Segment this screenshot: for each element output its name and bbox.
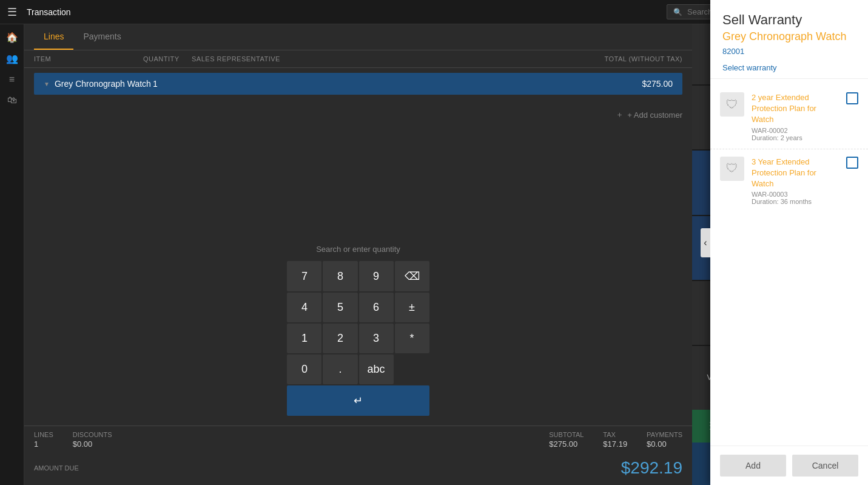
add-customer-area: ＋ + Add customer <box>24 100 692 130</box>
numpad-2[interactable]: 2 <box>323 324 357 353</box>
item-total: $275.00 <box>311 79 673 89</box>
amount-due-row: AMOUNT DUE $292.19 <box>24 453 692 485</box>
warranty-checkbox-1[interactable] <box>846 92 858 104</box>
numpad-enter[interactable]: ↵ <box>287 385 429 416</box>
warranty-code-2: WAR-00003 <box>752 191 839 198</box>
warranty-thumb-2: 🛡 <box>720 157 744 181</box>
panel-code: 82001 <box>722 47 856 56</box>
cancel-button[interactable]: Cancel <box>792 455 858 477</box>
col-total: TOTAL (WITHOUT TAX) <box>301 55 682 63</box>
spacer <box>24 130 692 245</box>
warranty-thumb-1: 🛡 <box>720 92 744 117</box>
warranty-name-2: 3 Year Extended Protection Plan for Watc… <box>752 157 839 190</box>
tab-payments[interactable]: Payments <box>73 24 130 50</box>
discounts-label: DISCOUNTS <box>73 431 112 438</box>
hamburger-icon[interactable]: ☰ <box>7 5 17 19</box>
lines-label: LINES <box>34 431 53 438</box>
search-icon: 🔍 <box>673 8 682 16</box>
numpad-5[interactable]: 5 <box>323 293 357 322</box>
warranty-duration-1: Duration: 2 years <box>752 134 839 141</box>
numpad: 7 8 9 ⌫ 4 5 6 ± 1 2 3 * 0 . abc ↵ <box>287 261 429 416</box>
add-button[interactable]: Add <box>720 455 786 477</box>
subtotal-value: $275.00 <box>549 439 584 449</box>
numpad-3[interactable]: 3 <box>359 324 394 353</box>
warranty-info-1: 2 year Extended Protection Plan for Watc… <box>752 92 839 141</box>
totals-section: LINES 1 DISCOUNTS $0.00 SUBTOTAL $275.00… <box>24 426 692 453</box>
amount-due-label: AMOUNT DUE <box>34 464 79 472</box>
warranty-duration-2: Duration: 36 months <box>752 198 839 205</box>
item-quantity: 1 <box>153 79 201 89</box>
panel-title: Sell Warranty <box>722 12 856 28</box>
users-icon[interactable]: 👥 <box>6 53 18 64</box>
chevron-icon: ▼ <box>44 81 50 87</box>
panel-footer: Add Cancel <box>710 446 868 485</box>
quantity-search: Search or enter quantity <box>24 245 692 254</box>
table-header: ITEM QUANTITY SALES REPRESENTATIVE TOTAL… <box>24 50 692 68</box>
payments-label: PAYMENTS <box>647 431 682 438</box>
warranty-panel: ‹ Sell Warranty Grey Chronograph Watch 8… <box>710 0 868 485</box>
numpad-0[interactable]: 0 <box>287 354 321 384</box>
tab-lines[interactable]: Lines <box>34 24 73 50</box>
menu-icon[interactable]: ≡ <box>9 74 15 85</box>
add-customer-label: + Add customer <box>627 110 682 120</box>
warranty-item-1[interactable]: 🛡 2 year Extended Protection Plan for Wa… <box>710 85 868 149</box>
warranty-name-1: 2 year Extended Protection Plan for Watc… <box>752 92 839 126</box>
tax-value: $17.19 <box>603 439 627 449</box>
table-row[interactable]: ▼ Grey Chronograph Watch 1 $275.00 <box>34 73 682 95</box>
numpad-7[interactable]: 7 <box>287 261 321 291</box>
warranty-info-2: 3 Year Extended Protection Plan for Watc… <box>752 157 839 206</box>
item-name-text: Grey Chronograph Watch <box>55 79 151 89</box>
add-customer-button[interactable]: ＋ + Add customer <box>616 109 682 120</box>
numpad-8[interactable]: 8 <box>323 261 357 291</box>
col-quantity: QUANTITY <box>143 55 192 63</box>
home-icon[interactable]: 🏠 <box>6 32 18 43</box>
numpad-6[interactable]: 6 <box>359 293 394 322</box>
numpad-abc[interactable]: abc <box>359 354 394 384</box>
subtotal-label: SUBTOTAL <box>549 431 584 438</box>
panel-collapse-handle[interactable]: ‹ <box>701 228 710 257</box>
numpad-plusminus[interactable]: ± <box>395 293 429 322</box>
collapse-icon: ‹ <box>704 237 707 248</box>
numpad-backspace[interactable]: ⌫ <box>395 261 429 291</box>
payments-value: $0.00 <box>647 439 682 449</box>
warranty-thumb-icon-1: 🛡 <box>726 98 738 112</box>
col-sales-rep: SALES REPRESENTATIVE <box>192 55 301 63</box>
warranty-checkbox-2[interactable] <box>846 157 858 169</box>
warranty-thumb-icon-2: 🛡 <box>726 161 738 175</box>
app-title: Transaction <box>27 7 657 17</box>
panel-header: Sell Warranty Grey Chronograph Watch 820… <box>710 0 868 79</box>
warranty-item-2[interactable]: 🛡 3 Year Extended Protection Plan for Wa… <box>710 149 868 213</box>
left-sidebar: 🏠 👥 ≡ 🛍 <box>0 24 24 485</box>
numpad-4[interactable]: 4 <box>287 293 321 322</box>
warranty-list: 🛡 2 year Extended Protection Plan for Wa… <box>710 79 868 446</box>
select-warranty-label: Select warranty <box>722 63 856 72</box>
col-item: ITEM <box>34 55 143 63</box>
tabs: Lines Payments <box>24 24 692 50</box>
warranty-code-1: WAR-00002 <box>752 127 839 134</box>
lines-value: 1 <box>34 439 53 449</box>
numpad-9[interactable]: 9 <box>359 261 394 291</box>
pos-area: Lines Payments ITEM QUANTITY SALES REPRE… <box>24 24 692 485</box>
numpad-1[interactable]: 1 <box>287 324 321 353</box>
discounts-value: $0.00 <box>73 439 112 449</box>
plus-icon: ＋ <box>616 109 624 120</box>
panel-subtitle: Grey Chronograph Watch <box>722 30 856 43</box>
amount-due-value: $292.19 <box>621 458 682 478</box>
numpad-multiply[interactable]: * <box>395 324 429 353</box>
numpad-dot[interactable]: . <box>323 354 357 384</box>
tax-label: TAX <box>603 431 627 438</box>
bag-icon[interactable]: 🛍 <box>7 95 17 106</box>
